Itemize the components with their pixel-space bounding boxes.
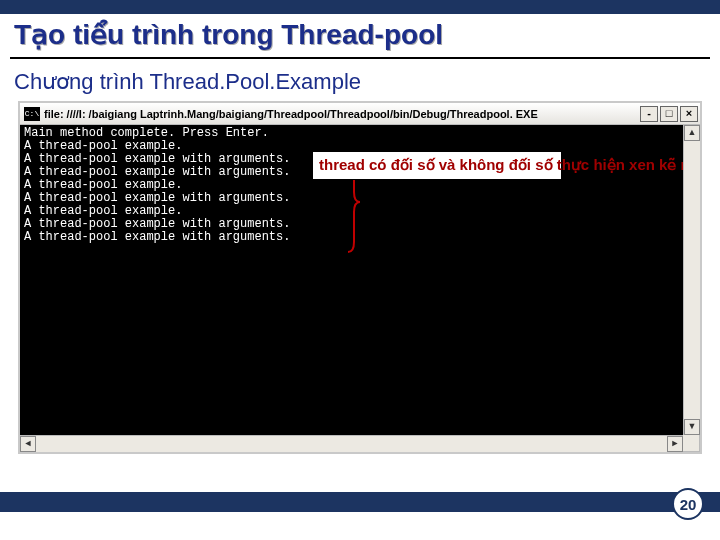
scroll-track-v[interactable]: [684, 141, 700, 419]
cmd-icon: C:\: [24, 107, 40, 121]
footer-band: [0, 492, 720, 512]
minimize-button[interactable]: -: [640, 106, 658, 122]
annotation-callout: thread có đối số và không đối số thực hi…: [312, 151, 562, 180]
close-button[interactable]: ×: [680, 106, 698, 122]
header-band: [0, 0, 720, 14]
scroll-up-button[interactable]: ▲: [684, 125, 700, 141]
maximize-button[interactable]: □: [660, 106, 678, 122]
scroll-track-h[interactable]: [36, 436, 667, 452]
vertical-scrollbar[interactable]: ▲ ▼: [683, 125, 700, 435]
slide-title: Tạo tiểu trình trong Thread-pool: [14, 18, 706, 51]
console-body-wrap: Main method complete. Press Enter. A thr…: [20, 125, 700, 435]
console-window: C:\ file: ////I: /baigiang Laptrinh.Mang…: [18, 101, 702, 454]
console-output: Main method complete. Press Enter. A thr…: [20, 125, 683, 435]
scroll-left-button[interactable]: ◄: [20, 436, 36, 452]
window-title: file: ////I: /baigiang Laptrinh.Mang/bai…: [44, 108, 640, 120]
window-titlebar: C:\ file: ////I: /baigiang Laptrinh.Mang…: [20, 103, 700, 125]
scroll-right-button[interactable]: ►: [667, 436, 683, 452]
title-area: Tạo tiểu trình trong Thread-pool: [0, 14, 720, 55]
scroll-down-button[interactable]: ▼: [684, 419, 700, 435]
scroll-corner: [683, 435, 700, 452]
slide-subtitle: Chương trình Thread.Pool.Example: [0, 59, 720, 101]
horizontal-scrollbar[interactable]: ◄ ►: [20, 435, 683, 452]
window-buttons: - □ ×: [640, 106, 700, 122]
page-number: 20: [672, 488, 704, 520]
